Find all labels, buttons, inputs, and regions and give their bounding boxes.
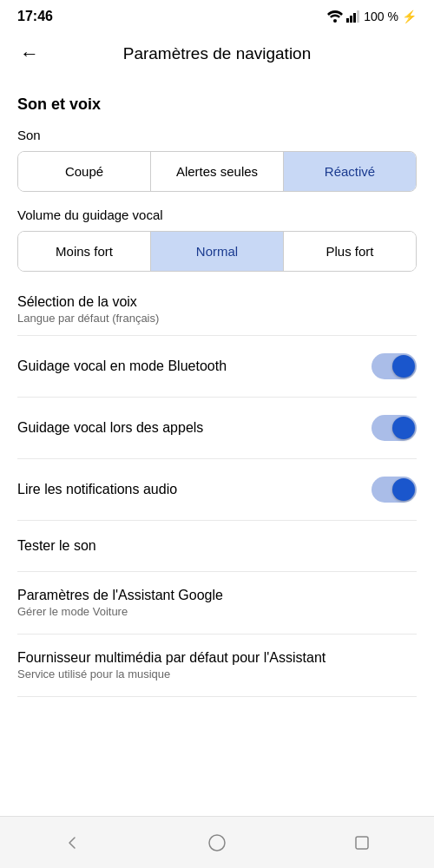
svg-point-5 [209,835,225,851]
voice-selection-row[interactable]: Sélection de la voix Langue par défaut (… [17,287,417,328]
assistant-settings-title: Paramètres de l'Assistant Google [17,588,417,603]
divider-1 [17,335,417,336]
bluetooth-label: Guidage vocal en mode Bluetooth [17,358,372,374]
voice-selection-title: Sélection de la voix [17,294,417,310]
wifi-icon [327,10,343,23]
sound-option-reactive[interactable]: Réactivé [283,152,416,191]
setting-row-notifications: Lire les notifications audio [17,463,417,516]
tester-label: Tester le son [17,538,96,553]
sound-option-alertes[interactable]: Alertes seules [150,152,283,191]
nav-back-icon [62,832,82,853]
battery-icon: ⚡ [402,10,417,23]
svg-rect-4 [357,10,359,23]
svg-rect-2 [350,16,352,23]
appels-label: Guidage vocal lors des appels [17,420,372,436]
sound-option-coupe[interactable]: Coupé [18,152,150,191]
tester-son-row[interactable]: Tester le son [17,524,417,568]
media-provider-row[interactable]: Fournisseur multimédia par défaut pour l… [17,638,417,693]
signal-icon [346,10,360,23]
volume-option-moins-fort[interactable]: Moins fort [18,232,150,271]
volume-option-plus-fort[interactable]: Plus fort [283,232,416,271]
section-title-son-voix: Son et voix [17,95,417,114]
nav-home-icon [207,832,227,853]
divider-4 [17,520,417,521]
divider-5 [17,571,417,572]
page-header: ← Paramètres de navigation [0,30,434,82]
nav-bar [0,816,434,868]
nav-recent-icon [352,832,372,853]
setting-row-bluetooth: Guidage vocal en mode Bluetooth [17,339,417,393]
notifications-label: Lire les notifications audio [17,482,372,497]
setting-row-appels: Guidage vocal lors des appels [17,401,417,455]
svg-rect-3 [353,13,356,23]
divider-7 [17,696,417,697]
volume-label: Volume du guidage vocal [17,207,417,222]
svg-point-0 [333,19,337,23]
volume-option-normal[interactable]: Normal [150,232,283,271]
bluetooth-toggle[interactable] [372,353,417,379]
back-button[interactable]: ← [14,38,45,69]
assistant-settings-row[interactable]: Paramètres de l'Assistant Google Gérer l… [17,575,417,630]
media-provider-title: Fournisseur multimédia par défaut pour l… [17,650,417,666]
svg-rect-6 [356,837,368,849]
appels-toggle[interactable] [372,415,417,441]
page-content: Son et voix Son Coupé Alertes seules Réa… [0,82,434,697]
status-icons: 100 % ⚡ [327,10,417,23]
son-label: Son [17,128,417,142]
battery-level: 100 % [364,10,398,23]
nav-home-button[interactable] [205,831,229,855]
voice-selection-subtitle: Langue par défaut (français) [17,312,417,325]
svg-rect-1 [346,18,349,23]
volume-toggle-group: Moins fort Normal Plus fort [17,231,417,272]
assistant-settings-subtitle: Gérer le mode Voiture [17,605,417,618]
divider-3 [17,458,417,459]
page-title: Paramètres de navigation [56,44,378,63]
nav-back-button[interactable] [60,831,84,855]
status-bar: 17:46 100 % ⚡ [0,0,434,30]
divider-2 [17,397,417,398]
status-time: 17:46 [17,9,53,24]
sound-toggle-group: Coupé Alertes seules Réactivé [17,151,417,192]
notifications-toggle[interactable] [372,477,417,503]
back-arrow-icon: ← [20,43,39,65]
media-provider-subtitle: Service utilisé pour la musique [17,667,417,681]
nav-recent-button[interactable] [350,831,374,855]
divider-6 [17,634,417,635]
